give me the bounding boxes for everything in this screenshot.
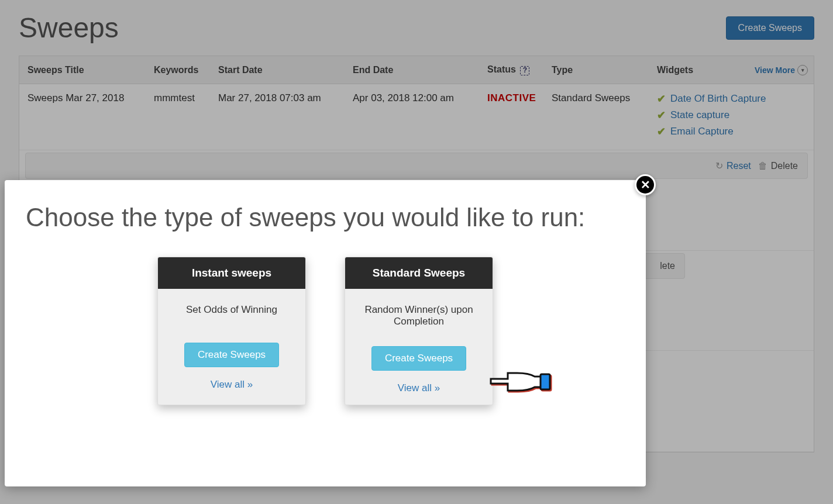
close-icon[interactable]: ✕ — [635, 174, 656, 195]
card-title: Instant sweeps — [158, 257, 305, 289]
create-instant-sweeps-button[interactable]: Create Sweeps — [184, 343, 279, 367]
svg-rect-0 — [541, 374, 550, 389]
view-all-standard-link[interactable]: View all » — [345, 382, 493, 394]
modal-title: Choose the type of sweeps you would like… — [26, 201, 625, 233]
card-description: Set Odds of Winning — [158, 289, 305, 343]
standard-sweeps-card: Standard Sweeps Random Winner(s) upon Co… — [345, 257, 493, 405]
instant-sweeps-card: Instant sweeps Set Odds of Winning Creat… — [157, 257, 306, 405]
choose-sweeps-type-modal: ✕ Choose the type of sweeps you would li… — [5, 180, 646, 486]
card-title: Standard Sweeps — [345, 257, 493, 289]
view-all-instant-link[interactable]: View all » — [158, 379, 305, 391]
pointing-hand-icon — [488, 363, 551, 400]
card-description: Random Winner(s) upon Completion — [345, 289, 493, 346]
create-standard-sweeps-button[interactable]: Create Sweeps — [371, 346, 466, 371]
sweeps-type-cards: Instant sweeps Set Odds of Winning Creat… — [26, 257, 625, 405]
